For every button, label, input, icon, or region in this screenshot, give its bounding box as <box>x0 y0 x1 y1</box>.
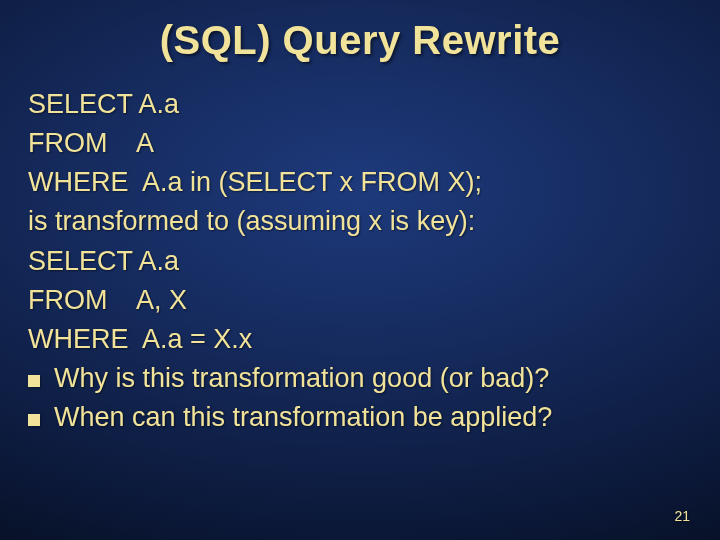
code-line: SELECT A.a <box>28 242 692 281</box>
code-line: FROM A, X <box>28 281 692 320</box>
bullet-item: When can this transformation be applied? <box>28 398 692 437</box>
bullet-item: Why is this transformation good (or bad)… <box>28 359 692 398</box>
text-line: is transformed to (assuming x is key): <box>28 202 692 241</box>
square-bullet-icon <box>28 375 40 387</box>
code-line: WHERE A.a = X.x <box>28 320 692 359</box>
bullet-text: When can this transformation be applied? <box>54 398 552 437</box>
slide-title: (SQL) Query Rewrite <box>28 18 692 63</box>
code-line: SELECT A.a <box>28 85 692 124</box>
slide-number: 21 <box>674 508 690 524</box>
bullet-text: Why is this transformation good (or bad)… <box>54 359 549 398</box>
square-bullet-icon <box>28 414 40 426</box>
slide-body: SELECT A.a FROM A WHERE A.a in (SELECT x… <box>28 85 692 437</box>
code-line: FROM A <box>28 124 692 163</box>
slide: (SQL) Query Rewrite SELECT A.a FROM A WH… <box>0 0 720 540</box>
code-line: WHERE A.a in (SELECT x FROM X); <box>28 163 692 202</box>
